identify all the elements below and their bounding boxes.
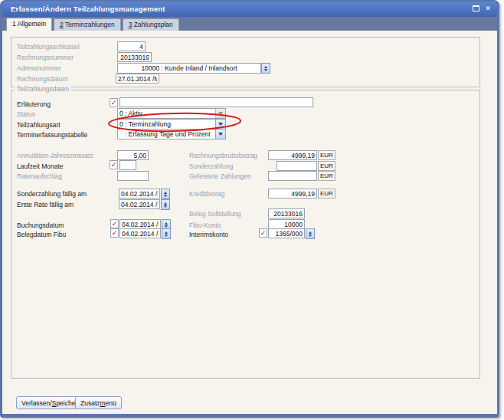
sonderzahlung-unit: EUR: [318, 161, 335, 171]
window-title: Erfassen/Ändern Teilzahlungsmanagement: [11, 5, 165, 13]
button-label: enü: [106, 399, 116, 407]
tabs: 1 Allgemein 2 Terminzahlungen 3 Zahlungs…: [6, 18, 179, 31]
spinner-up-icon: [164, 192, 167, 194]
tab-label: Terminzahlungen: [64, 21, 115, 28]
erlaeuterung-label: Erläuterung: [17, 100, 51, 108]
sonderzahlung-faellig-field[interactable]: [119, 189, 160, 199]
button-label: Verlassen/: [21, 399, 52, 407]
geleistete-zahlungen-unit: EUR: [318, 171, 335, 181]
status-label: Status: [17, 110, 35, 118]
teilzahlungsart-select[interactable]: 0 : Terminzahlung: [117, 119, 226, 130]
spinner-down-icon: [164, 205, 167, 208]
chevron-down-icon[interactable]: [215, 120, 225, 129]
screen: Erfassen/Ändern Teilzahlungsmanagement ✕…: [0, 0, 504, 420]
sonderzahlung-field[interactable]: [277, 161, 317, 171]
spinner-up-icon: [164, 202, 167, 205]
rechnungsbruttobetrag-unit: EUR: [318, 150, 335, 160]
tab-label: 1 Allgemein: [12, 20, 46, 28]
terminerfassungstabelle-select[interactable]: : Erfassung Tage und Prozent: [117, 129, 226, 139]
restore-icon[interactable]: [473, 5, 479, 11]
interimskonto-spinner[interactable]: [306, 228, 315, 239]
modified-check-icon[interactable]: ✓: [259, 228, 267, 238]
chevron-down-icon[interactable]: [215, 130, 225, 139]
annuitaeten-label: Annuitäten-Jahreszinssatz: [17, 152, 93, 159]
kreditbetrag-label: Kreditbetrag: [189, 190, 224, 198]
date-spinner[interactable]: [162, 228, 171, 239]
dialog-window: Erfassen/Ändern Teilzahlungsmanagement ✕…: [0, 0, 499, 418]
adressnummer-label: Adressnummer: [17, 64, 61, 72]
kreditbetrag-field[interactable]: [268, 189, 317, 199]
beleg-sollstellung-label: Beleg Sollstellung: [189, 210, 241, 218]
buchungsdatum-label: Buchungsdatum: [17, 221, 64, 229]
geleistete-zahlungen-field[interactable]: [268, 171, 317, 181]
interimskonto-field[interactable]: [268, 228, 305, 238]
ratenaufschlag-field[interactable]: [117, 171, 149, 181]
spinner-down-icon: [165, 225, 168, 228]
titlebar[interactable]: Erfassen/Ändern Teilzahlungsmanagement ✕: [2, 2, 497, 17]
tab-terminzahlungen[interactable]: 2 Terminzahlungen: [54, 18, 121, 31]
rechnungsbruttobetrag-label: Rechnungsbruttobetrag: [189, 152, 257, 159]
interimskonto-label: Interimskonto: [189, 231, 228, 238]
tab-bar: 1 Allgemein 2 Terminzahlungen 3 Zahlungs…: [2, 17, 497, 31]
status-select: 0 : Aktiv: [117, 108, 226, 119]
fibu-konto-label: Fibu-Konto: [189, 221, 221, 229]
spinner-up-icon: [309, 231, 312, 234]
belegdatum-fibu-label: Belegdatum Fibu: [17, 231, 66, 238]
window-controls: ✕: [473, 5, 491, 12]
teilzahlungsschluessel-field[interactable]: [117, 41, 146, 51]
header-fieldset: [11, 37, 480, 87]
beleg-sollstellung-field[interactable]: [268, 208, 305, 218]
sonderzahlung-faellig-label: Sonderzahlung fällig am: [17, 190, 87, 198]
date-spinner[interactable]: [161, 189, 170, 199]
tab-label: Zahlungsplan: [132, 21, 172, 28]
teilzahlungsart-value: 0 : Terminzahlung: [118, 120, 215, 129]
close-icon[interactable]: ✕: [485, 5, 491, 12]
ratenaufschlag-label: Ratenaufschlag: [17, 172, 62, 180]
terminerfassungstabelle-value: : Erfassung Tage und Prozent: [118, 130, 215, 139]
spinner-up-icon: [264, 66, 267, 68]
modified-check-icon[interactable]: ✓: [110, 160, 118, 169]
geleistete-zahlungen-label: Geleistete Zahlungen: [189, 172, 251, 180]
tab-zahlungsplan[interactable]: 3 Zahlungsplan: [123, 18, 179, 31]
laufzeit-monate-field[interactable]: [119, 160, 136, 170]
rechnungsbruttobetrag-field[interactable]: [268, 150, 317, 160]
modified-check-icon[interactable]: ✓: [110, 228, 119, 238]
zusatzmenu-button[interactable]: Zusatzmenü: [75, 396, 122, 409]
modified-check-icon[interactable]: ✓: [110, 219, 119, 228]
spinner-down-icon: [309, 235, 312, 237]
button-label: Zusatz: [80, 399, 100, 407]
laufzeit-monate-label: Laufzeit Monate: [17, 162, 63, 170]
sonderzahlung-label: Sonderzahlung: [189, 162, 233, 170]
teilzahlungsschluessel-label: Teilzahlungsschlüssel: [17, 43, 80, 51]
button-accesskey: m: [100, 399, 106, 407]
date-spinner[interactable]: [161, 199, 170, 210]
erlaeuterung-field[interactable]: [119, 97, 313, 107]
rechnungsdatum-field[interactable]: [116, 74, 159, 84]
erste-rate-faellig-field[interactable]: [119, 199, 160, 209]
spinner-up-icon: [165, 231, 168, 234]
terminerfassungstabelle-label: Terminerfassungstabelle: [17, 131, 87, 139]
teilzahlungsdaten-legend: Teilzahlungsdaten: [15, 85, 71, 93]
teilzahlungsart-label: Teilzahlungsart: [17, 121, 61, 129]
status-value: 0 : Aktiv: [118, 109, 215, 118]
spinner-down-icon: [164, 195, 167, 197]
belegdatum-fibu-field[interactable]: [119, 228, 161, 238]
tab-allgemein[interactable]: 1 Allgemein: [6, 18, 52, 31]
chevron-down-icon: [215, 109, 225, 118]
rechnungsnummer-field[interactable]: [117, 52, 152, 62]
adressnummer-value: 10000 : Kunde Inland / Inlandsort: [118, 64, 260, 73]
spinner-up-icon: [165, 222, 168, 225]
adressnummer-spinner[interactable]: [261, 63, 270, 74]
tab-panel-allgemein: Teilzahlungsschlüssel Rechnungsnummer Ad…: [2, 31, 497, 414]
annuitaeten-field[interactable]: [117, 150, 149, 160]
spinner-down-icon: [165, 235, 168, 237]
spinner-down-icon: [264, 69, 267, 71]
kreditbetrag-unit: EUR: [318, 189, 335, 199]
rechnungsnummer-label: Rechnungsnummer: [17, 54, 74, 61]
rechnungsdatum-label: Rechnungsdatum: [17, 75, 68, 83]
adressnummer-select[interactable]: 10000 : Kunde Inland / Inlandsort: [117, 63, 261, 74]
modified-check-icon[interactable]: ✓: [110, 98, 118, 107]
erste-rate-faellig-label: Erste Rate fällig am: [17, 201, 74, 208]
